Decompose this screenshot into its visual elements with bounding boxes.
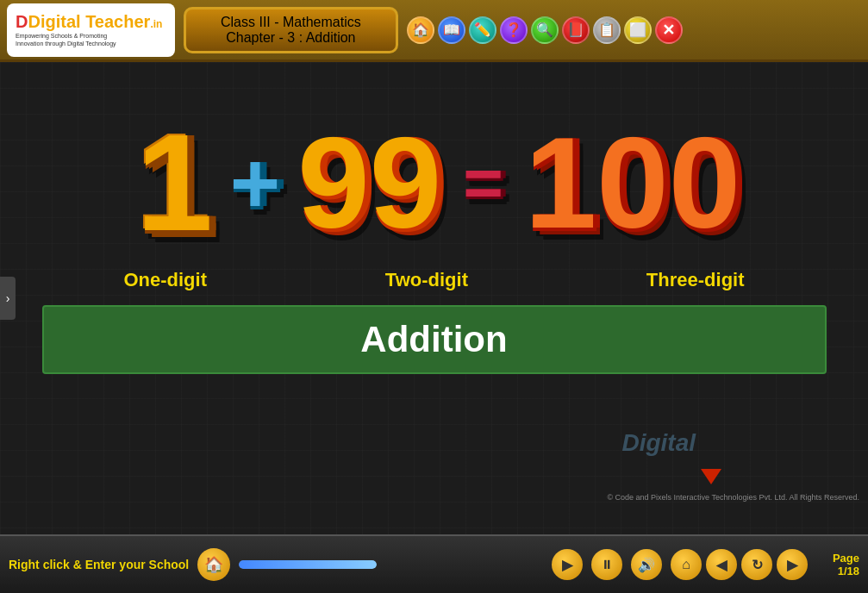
title-banner: Class III - Mathematics Chapter - 3 : Ad… (184, 7, 398, 53)
toolbar-icon-edit[interactable]: ✏️ (469, 16, 496, 44)
addition-text: Addition (360, 319, 507, 360)
nav-left-arrow[interactable]: › (0, 277, 16, 320)
page-label: Page 1/18 (816, 552, 859, 577)
toolbar-icon-search[interactable]: 🔍 (531, 16, 559, 44)
numbers-row: 1 + 99 = 100 (0, 114, 868, 252)
progress-bar (239, 560, 377, 569)
header: DDigital Teacher.in Empowering Schools &… (0, 0, 868, 62)
red-arrow-indicator (701, 469, 721, 484)
nav-home-button[interactable]: ⌂ (671, 549, 702, 580)
watermark: Digital (621, 429, 696, 457)
labels-row: One-digit Two-digit Three-digit (0, 260, 868, 291)
status-text: Right click & Enter your School (9, 558, 189, 571)
nav-buttons: ⌂ ◀ ↻ ▶ (671, 549, 808, 580)
toolbar-icon-help[interactable]: ❓ (500, 16, 528, 44)
bottom-bar: Right click & Enter your School 🏠 ▶ ⏸ 🔊 … (0, 534, 868, 593)
home-button[interactable]: 🏠 (197, 548, 230, 581)
pause-button[interactable]: ⏸ (591, 549, 622, 580)
toolbar-icon-home[interactable]: 🏠 (407, 16, 434, 44)
label-three-digit: Three-digit (646, 269, 745, 291)
sub-title: Chapter - 3 : Addition (221, 30, 361, 46)
volume-button[interactable]: 🔊 (631, 549, 662, 580)
equals-sign: = (463, 148, 503, 217)
label-two-digit: Two-digit (385, 269, 468, 291)
nav-prev-button[interactable]: ◀ (706, 549, 737, 580)
toolbar-icon-close[interactable]: ✕ (655, 16, 683, 44)
plus-sign: + (230, 140, 280, 226)
toolbar-icon-notes[interactable]: 📕 (562, 16, 590, 44)
progress-area (239, 560, 543, 569)
toolbar-icon-clipboard[interactable]: 📋 (593, 16, 621, 44)
addition-banner: Addition (42, 305, 827, 374)
nav-next-button[interactable]: ▶ (777, 549, 808, 580)
logo-area: DDigital Teacher.in Empowering Schools &… (7, 3, 175, 57)
number-1: 1 (136, 114, 213, 252)
nav-refresh-button[interactable]: ↻ (741, 549, 772, 580)
main-content: › 1 + 99 = 100 One-digit Two-digit Three… (0, 62, 868, 534)
toolbar-icon-expand[interactable]: ⬜ (624, 16, 652, 44)
play-button[interactable]: ▶ (552, 549, 583, 580)
logo-title: DDigital Teacher.in (16, 12, 166, 32)
toolbar-icon-book[interactable]: 📖 (438, 16, 465, 44)
progress-bar-fill (239, 560, 377, 569)
number-99: 99 (297, 118, 441, 247)
logo-subtitle: Empowering Schools & Promoting Innovatio… (16, 32, 166, 47)
number-100: 100 (525, 118, 740, 247)
main-title: Class III - Mathematics (221, 15, 361, 30)
label-one-digit: One-digit (123, 269, 207, 291)
toolbar-icons: 🏠 📖 ✏️ ❓ 🔍 📕 📋 ⬜ ✕ (407, 16, 683, 44)
copyright-text: © Code and Pixels Interactive Technologi… (607, 493, 859, 502)
